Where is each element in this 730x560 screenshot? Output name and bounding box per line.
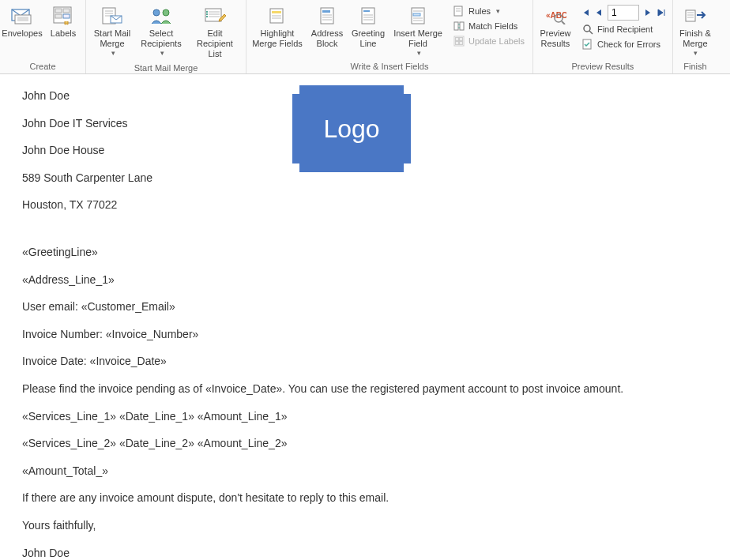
chevron-down-icon: ▾	[417, 49, 421, 58]
svg-rect-51	[456, 42, 459, 45]
svg-rect-50	[460, 38, 463, 41]
svg-rect-29	[322, 10, 330, 13]
check-for-errors-button[interactable]: Check for Errors	[581, 38, 666, 51]
next-record-button[interactable]	[644, 8, 652, 17]
dispute-line: If there are any invoice amount dispute,…	[22, 490, 708, 506]
update-labels-label: Update Labels	[468, 36, 525, 46]
start-mail-merge-button[interactable]: Start Mail Merge▾	[89, 3, 135, 59]
address-line-1-field: «Address_Line_1»	[22, 272, 708, 288]
rules-label: Rules	[468, 6, 491, 16]
start-mail-merge-icon	[101, 5, 123, 27]
labels-button[interactable]: Labels	[44, 3, 82, 40]
match-fields-label: Match Fields	[468, 21, 517, 31]
insert-merge-field-icon	[410, 5, 426, 27]
address-block-button[interactable]: Address Block	[308, 3, 346, 51]
signature-name: John Doe	[22, 546, 708, 561]
envelopes-label: Envelopes	[2, 28, 42, 39]
chevron-down-icon: ▾	[111, 49, 115, 58]
svg-point-15	[153, 9, 160, 16]
match-fields-icon	[453, 21, 465, 32]
greeting-line-button[interactable]: Greeting Line	[349, 3, 387, 51]
invoice-number-line: Invoice Number: «Invoice_Number»	[22, 327, 708, 343]
start-mail-merge-label: Start Mail Merge	[91, 28, 134, 49]
rules-button[interactable]: Rules▾	[452, 5, 526, 17]
svg-rect-9	[63, 14, 70, 18]
svg-rect-46	[454, 22, 458, 30]
find-recipient-label: Find Recipient	[597, 24, 653, 34]
edit-recipient-list-icon	[204, 5, 226, 27]
chevron-down-icon: ▾	[694, 49, 698, 58]
svg-rect-59	[686, 10, 695, 21]
ribbon-group-preview-results: «ABC» Preview Results Find Recipient	[533, 0, 673, 73]
svg-rect-8	[55, 14, 62, 18]
chevron-down-icon: ▾	[160, 49, 164, 58]
update-labels-button: Update Labels	[452, 35, 526, 47]
edit-recipient-list-label: Edit Recipient List	[189, 28, 241, 60]
select-recipients-label: Select Recipients	[140, 28, 182, 49]
insert-merge-field-label: Insert Merge Field	[392, 28, 444, 49]
insert-merge-field-button[interactable]: Insert Merge Field▾	[390, 3, 446, 59]
ribbon-group-write-insert: Highlight Merge Fields Address Block Gre…	[246, 0, 533, 73]
svg-rect-52	[460, 42, 463, 45]
finish-merge-button[interactable]: Finish & Merge▾	[676, 3, 714, 59]
highlight-merge-fields-label: Highlight Merge Fields	[251, 28, 303, 49]
record-number-input[interactable]	[608, 5, 639, 21]
rules-icon	[453, 6, 465, 17]
prev-record-button[interactable]	[595, 8, 603, 17]
user-email-line: User email: «Customer_Email»	[22, 299, 708, 315]
first-record-button[interactable]	[581, 8, 590, 17]
select-recipients-icon	[150, 5, 172, 27]
preview-results-button[interactable]: «ABC» Preview Results	[536, 3, 574, 51]
select-recipients-button[interactable]: Select Recipients▾	[138, 3, 184, 59]
chevron-down-icon: ▾	[496, 7, 500, 15]
svg-rect-40	[413, 13, 420, 16]
labels-icon	[53, 5, 73, 27]
svg-point-16	[163, 9, 169, 16]
finish-merge-label: Finish & Merge	[678, 28, 713, 49]
edit-recipient-list-button[interactable]: Edit Recipient List	[187, 3, 243, 62]
check-for-errors-icon	[582, 39, 593, 50]
logo-text: Logo	[323, 111, 379, 147]
find-recipient-icon	[582, 24, 593, 35]
ribbon-group-start-mail-merge-label: Start Mail Merge	[134, 63, 198, 73]
services-row-2: «Services_Line_2» «Date_Line_2» «Amount_…	[22, 436, 708, 452]
invoice-date-line: Invoice Date: «Invoice_Date»	[22, 354, 708, 370]
check-for-errors-label: Check for Errors	[597, 39, 660, 49]
labels-label: Labels	[51, 28, 76, 39]
preview-results-icon: «ABC»	[544, 5, 566, 27]
ribbon: Envelopes Labels Create Start Mail Merge…	[0, 0, 730, 74]
preview-results-label: Preview Results	[538, 28, 573, 49]
services-row-1: «Services_Line_1» «Date_Line_1» «Amount_…	[22, 409, 708, 425]
highlight-merge-fields-icon	[268, 5, 287, 27]
greeting-line-icon	[360, 5, 376, 27]
match-fields-button[interactable]: Match Fields	[452, 20, 526, 32]
document-body[interactable]: Logo John Doe John Doe IT Services John …	[0, 74, 730, 560]
amount-total-line: «Amount_Total_»	[22, 464, 708, 479]
greeting-line-field: «GreetingLine»	[22, 245, 708, 261]
highlight-merge-fields-button[interactable]: Highlight Merge Fields	[250, 3, 305, 51]
ribbon-group-finish-label: Finish	[683, 62, 706, 71]
svg-rect-6	[55, 9, 62, 13]
svg-rect-23	[206, 16, 208, 17]
svg-rect-25	[272, 11, 281, 13]
envelopes-button[interactable]: Envelopes	[3, 3, 41, 40]
finish-merge-icon	[684, 5, 706, 27]
ribbon-group-create-label: Create	[29, 62, 55, 71]
greeting-line-label: Greeting Line	[351, 28, 386, 49]
ribbon-group-start-mail-merge: Start Mail Merge▾ Select Recipients▾ Edi…	[86, 0, 246, 73]
svg-point-56	[584, 25, 590, 32]
address-block-icon	[319, 5, 335, 27]
find-recipient-button[interactable]: Find Recipient	[581, 23, 666, 36]
ribbon-group-write-insert-label: Write & Insert Fields	[351, 62, 429, 71]
update-labels-icon	[453, 36, 465, 47]
svg-rect-47	[460, 22, 464, 30]
ribbon-group-finish: Finish & Merge▾ Finish	[673, 0, 717, 73]
last-record-button[interactable]	[657, 8, 666, 17]
address-block-label: Address Block	[310, 28, 344, 49]
ribbon-group-preview-results-label: Preview Results	[572, 62, 634, 71]
ribbon-group-create: Envelopes Labels Create	[0, 0, 86, 73]
sender-street: 589 South Carpenter Lane	[22, 171, 708, 186]
sender-city-state-zip: Houston, TX 77022	[22, 197, 708, 213]
logo-placeholder: Logo	[292, 85, 411, 172]
svg-rect-22	[206, 13, 208, 15]
